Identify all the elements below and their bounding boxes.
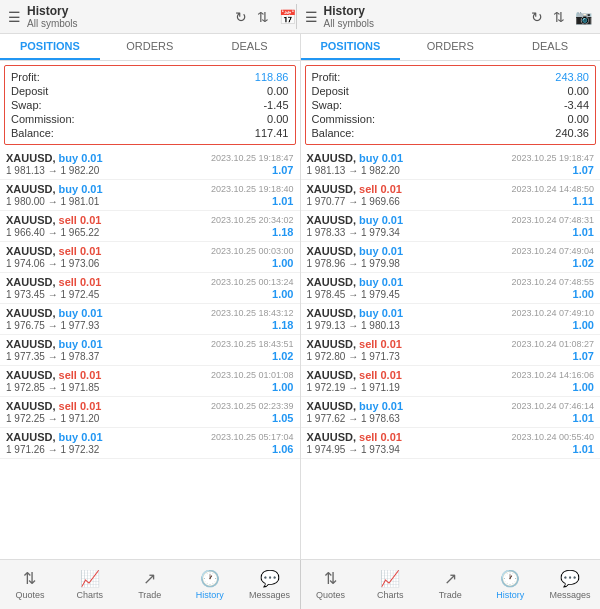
trade-profit: 1.07 — [573, 164, 594, 176]
trade-date: 2023.10.24 14:16:06 — [511, 370, 594, 380]
left-header-section: ☰ History All symbols ↻ ⇅ 📅 — [8, 4, 296, 29]
nav-icon-messages: 💬 — [260, 569, 280, 588]
right-sort-icon[interactable]: ⇅ — [553, 9, 565, 25]
right-swap-label: Swap: — [312, 99, 343, 111]
trade-item[interactable]: XAUUSD, buy 0.01 2023.10.24 07:49:10 1 9… — [301, 304, 601, 335]
nav-item-trade[interactable]: ↗ Trade — [120, 560, 180, 609]
right-header-section: ☰ History All symbols ↻ ⇅ 📷 — [296, 4, 593, 29]
right-tab-deals[interactable]: DEALS — [500, 34, 600, 60]
trade-prices: 1 970.77 → 1 969.66 — [307, 196, 400, 207]
trade-symbol: XAUUSD, buy 0.01 — [307, 400, 404, 412]
trade-item[interactable]: XAUUSD, buy 0.01 2023.10.24 07:48:55 1 9… — [301, 273, 601, 304]
trade-item[interactable]: XAUUSD, buy 0.01 2023.10.25 05:17:04 1 9… — [0, 428, 300, 459]
trade-date: 2023.10.25 00:03:00 — [211, 246, 294, 256]
left-hamburger-icon[interactable]: ☰ — [8, 9, 21, 25]
trade-prices: 1 978.96 → 1 979.98 — [307, 258, 400, 269]
nav-item-quotes[interactable]: ⇅ Quotes — [0, 560, 60, 609]
trade-profit: 1.00 — [272, 288, 293, 300]
top-header: ☰ History All symbols ↻ ⇅ 📅 ☰ History Al… — [0, 0, 600, 34]
left-sort-icon[interactable]: ⇅ — [257, 9, 269, 25]
left-balance-label: Balance: — [11, 127, 54, 139]
nav-item-charts[interactable]: 📈 Charts — [360, 560, 420, 609]
trade-profit: 1.01 — [573, 443, 594, 455]
left-tab-orders[interactable]: ORDERS — [100, 34, 200, 60]
trade-prices: 1 979.13 → 1 980.13 — [307, 320, 400, 331]
trade-item[interactable]: XAUUSD, buy 0.01 2023.10.25 19:18:47 1 9… — [0, 149, 300, 180]
trade-item[interactable]: XAUUSD, sell 0.01 2023.10.25 00:13:24 1 … — [0, 273, 300, 304]
nav-label-messages: Messages — [550, 590, 591, 600]
trade-item[interactable]: XAUUSD, sell 0.01 2023.10.25 01:01:08 1 … — [0, 366, 300, 397]
right-swap-row: Swap: -3.44 — [312, 98, 590, 112]
trade-item[interactable]: XAUUSD, buy 0.01 2023.10.24 07:48:31 1 9… — [301, 211, 601, 242]
left-deposit-row: Deposit 0.00 — [11, 84, 289, 98]
trade-item[interactable]: XAUUSD, buy 0.01 2023.10.25 18:43:12 1 9… — [0, 304, 300, 335]
trade-symbol: XAUUSD, sell 0.01 — [6, 245, 101, 257]
nav-item-history[interactable]: 🕐 History — [480, 560, 540, 609]
left-refresh-icon[interactable]: ↻ — [235, 9, 247, 25]
nav-label-messages: Messages — [249, 590, 290, 600]
nav-item-quotes[interactable]: ⇅ Quotes — [301, 560, 361, 609]
trade-profit: 1.01 — [573, 412, 594, 424]
trade-symbol: XAUUSD, sell 0.01 — [307, 431, 402, 443]
trade-date: 2023.10.24 07:46:14 — [511, 401, 594, 411]
trade-prices: 1 972.25 → 1 971.20 — [6, 413, 99, 424]
trade-profit: 1.02 — [272, 350, 293, 362]
trade-date: 2023.10.25 19:18:40 — [211, 184, 294, 194]
trade-symbol: XAUUSD, buy 0.01 — [307, 276, 404, 288]
right-tab-positions[interactable]: POSITIONS — [301, 34, 401, 60]
right-refresh-icon[interactable]: ↻ — [531, 9, 543, 25]
trade-date: 2023.10.25 00:13:24 — [211, 277, 294, 287]
trade-prices: 1 972.80 → 1 971.73 — [307, 351, 400, 362]
trade-item[interactable]: XAUUSD, sell 0.01 2023.10.24 14:48:50 1 … — [301, 180, 601, 211]
trade-item[interactable]: XAUUSD, sell 0.01 2023.10.24 01:08:27 1 … — [301, 335, 601, 366]
trade-symbol: XAUUSD, buy 0.01 — [6, 183, 103, 195]
trade-item[interactable]: XAUUSD, sell 0.01 2023.10.24 00:55:40 1 … — [301, 428, 601, 459]
nav-label-quotes: Quotes — [15, 590, 44, 600]
trade-prices: 1 972.19 → 1 971.19 — [307, 382, 400, 393]
trade-item[interactable]: XAUUSD, buy 0.01 2023.10.25 19:18:40 1 9… — [0, 180, 300, 211]
nav-item-history[interactable]: 🕐 History — [180, 560, 240, 609]
trade-prices: 1 971.26 → 1 972.32 — [6, 444, 99, 455]
left-tab-positions[interactable]: POSITIONS — [0, 34, 100, 60]
left-header-title: History All symbols — [27, 4, 78, 29]
right-title-text: History — [324, 4, 375, 18]
trade-profit: 1.11 — [573, 195, 594, 207]
nav-item-messages[interactable]: 💬 Messages — [540, 560, 600, 609]
trade-item[interactable]: XAUUSD, sell 0.01 2023.10.24 14:16:06 1 … — [301, 366, 601, 397]
left-header-icons: ↻ ⇅ 📅 — [235, 9, 296, 25]
trade-prices: 1 972.85 → 1 971.85 — [6, 382, 99, 393]
right-tab-orders[interactable]: ORDERS — [400, 34, 500, 60]
nav-item-messages[interactable]: 💬 Messages — [240, 560, 300, 609]
trade-item[interactable]: XAUUSD, buy 0.01 2023.10.25 18:43:51 1 9… — [0, 335, 300, 366]
nav-label-charts: Charts — [77, 590, 104, 600]
trade-prices: 1 980.00 → 1 981.01 — [6, 196, 99, 207]
trade-item[interactable]: XAUUSD, sell 0.01 2023.10.25 02:23:39 1 … — [0, 397, 300, 428]
right-hamburger-icon[interactable]: ☰ — [305, 9, 318, 25]
trade-prices: 1 978.45 → 1 979.45 — [307, 289, 400, 300]
nav-item-charts[interactable]: 📈 Charts — [60, 560, 120, 609]
trade-profit: 1.01 — [272, 195, 293, 207]
trade-prices: 1 978.33 → 1 979.34 — [307, 227, 400, 238]
right-nav: ⇅ Quotes 📈 Charts ↗ Trade 🕐 History 💬 Me… — [300, 560, 601, 609]
nav-item-trade[interactable]: ↗ Trade — [420, 560, 480, 609]
nav-label-history: History — [496, 590, 524, 600]
right-trades-list: XAUUSD, buy 0.01 2023.10.25 19:18:47 1 9… — [301, 149, 601, 459]
trade-item[interactable]: XAUUSD, buy 0.01 2023.10.24 07:46:14 1 9… — [301, 397, 601, 428]
trade-item[interactable]: XAUUSD, sell 0.01 2023.10.25 00:03:00 1 … — [0, 242, 300, 273]
right-calendar-icon[interactable]: 📷 — [575, 9, 592, 25]
trade-item[interactable]: XAUUSD, sell 0.01 2023.10.25 20:34:02 1 … — [0, 211, 300, 242]
trade-profit: 1.07 — [573, 350, 594, 362]
nav-icon-messages: 💬 — [560, 569, 580, 588]
right-profit-value: 243.80 — [555, 71, 589, 83]
trade-item[interactable]: XAUUSD, buy 0.01 2023.10.24 07:49:04 1 9… — [301, 242, 601, 273]
trade-date: 2023.10.25 05:17:04 — [211, 432, 294, 442]
right-swap-value: -3.44 — [564, 99, 589, 111]
trade-date: 2023.10.24 07:49:04 — [511, 246, 594, 256]
right-header-title: History All symbols — [324, 4, 375, 29]
left-calendar-icon[interactable]: 📅 — [279, 9, 296, 25]
left-tab-deals[interactable]: DEALS — [200, 34, 300, 60]
nav-icon-charts: 📈 — [380, 569, 400, 588]
trade-item[interactable]: XAUUSD, buy 0.01 2023.10.25 19:18:47 1 9… — [301, 149, 601, 180]
left-commission-label: Commission: — [11, 113, 75, 125]
trade-prices: 1 974.95 → 1 973.94 — [307, 444, 400, 455]
